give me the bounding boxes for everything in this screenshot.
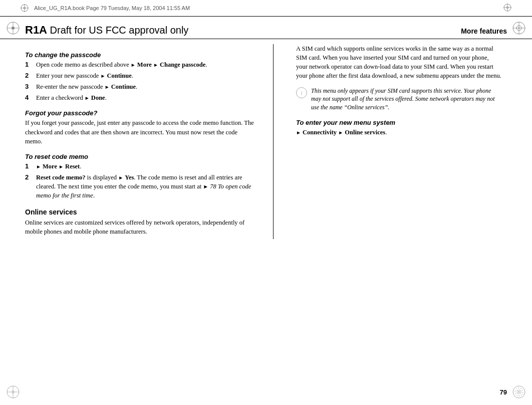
step-4-num: 4 xyxy=(25,93,34,103)
page-header: R1A Draft for US FCC approval only More … xyxy=(0,17,532,39)
reset-steps: 1 ► More ► Reset. 2 Reset code memo? is … xyxy=(25,162,255,200)
step-2: 2 Enter your new passcode ► Continue. xyxy=(25,71,255,81)
enter-menu-heading: To enter your new menu system xyxy=(296,119,501,126)
corner-decoration-br xyxy=(512,385,526,399)
change-passcode-heading: To change the passcode xyxy=(25,51,255,59)
forgot-passcode-body: If you forget your passcode, just enter … xyxy=(25,118,255,145)
reset-code-memo-heading: To reset code memo xyxy=(25,153,255,160)
step-2-text: Enter your new passcode ► Continue. xyxy=(36,71,255,80)
top-bar: Alice_UG_R1A.book Page 79 Tuesday, May 1… xyxy=(0,0,532,17)
svg-point-11 xyxy=(12,27,15,30)
online-services-link: Online services xyxy=(345,129,385,136)
step-3-text: Re-enter the new passcode ► Continue. xyxy=(36,82,255,91)
enter-menu-text: ► Connectivity ► Online services. xyxy=(296,128,501,137)
step-1-num: 1 xyxy=(25,60,34,70)
svg-point-24 xyxy=(518,391,520,393)
online-services-body: Online services are customized services … xyxy=(25,218,255,236)
page-number: 79 xyxy=(500,388,507,396)
header-title: R1A Draft for US FCC approval only xyxy=(25,24,188,37)
online-services-heading: Online services xyxy=(25,208,255,216)
connectivity-text: Connectivity xyxy=(303,129,337,136)
svg-point-20 xyxy=(12,390,15,393)
reset-step-1: 1 ► More ► Reset. xyxy=(25,162,255,171)
corner-decoration-tl xyxy=(6,21,20,35)
reset-step-2: 2 Reset code memo? is displayed ► Yes. T… xyxy=(25,173,255,200)
step-1: 1 Open code memo as described above ► Mo… xyxy=(25,60,255,70)
main-content: To change the passcode 1 Open code memo … xyxy=(0,44,532,239)
svg-point-16 xyxy=(518,27,520,29)
sim-card-text: A SIM card which supports online service… xyxy=(296,44,501,81)
crosshair-top-right-icon xyxy=(503,3,512,12)
corner-decoration-tr xyxy=(512,21,526,35)
column-divider xyxy=(273,44,274,239)
header-title-bold: R1A xyxy=(25,24,47,36)
top-bar-left: Alice_UG_R1A.book Page 79 Tuesday, May 1… xyxy=(20,4,190,13)
note-box: i This menu only appears if your SIM car… xyxy=(296,87,501,112)
crosshair-top-left-icon xyxy=(20,4,29,13)
reset-step-1-text: ► More ► Reset. xyxy=(36,162,255,171)
header-title-normal: Draft for US FCC approval only xyxy=(47,25,188,36)
step-3-num: 3 xyxy=(25,82,34,92)
right-column: A SIM card which supports online service… xyxy=(291,44,501,239)
note-text: This menu only appears if your SIM card … xyxy=(311,87,501,112)
step-4-text: Enter a checkword ► Done. xyxy=(36,93,255,102)
top-bar-file-info: Alice_UG_R1A.book Page 79 Tuesday, May 1… xyxy=(34,5,190,11)
note-icon: i xyxy=(296,87,307,98)
step-2-num: 2 xyxy=(25,71,34,81)
step-3: 3 Re-enter the new passcode ► Continue. xyxy=(25,82,255,92)
reset-step-2-num: 2 xyxy=(25,173,34,182)
reset-step-2-text: Reset code memo? is displayed ► Yes. The… xyxy=(36,173,255,200)
page: Alice_UG_R1A.book Page 79 Tuesday, May 1… xyxy=(0,0,532,405)
step-1-text: Open code memo as described above ► More… xyxy=(36,60,255,69)
top-bar-right xyxy=(503,3,512,13)
corner-decoration-bl xyxy=(6,385,20,399)
step-4: 4 Enter a checkword ► Done. xyxy=(25,93,255,103)
change-passcode-steps: 1 Open code memo as described above ► Mo… xyxy=(25,60,255,102)
forgot-passcode-heading: Forgot your passcode? xyxy=(25,109,255,117)
left-column: To change the passcode 1 Open code memo … xyxy=(25,44,255,239)
reset-step-1-num: 1 xyxy=(25,162,34,171)
header-section: More features xyxy=(461,27,507,35)
